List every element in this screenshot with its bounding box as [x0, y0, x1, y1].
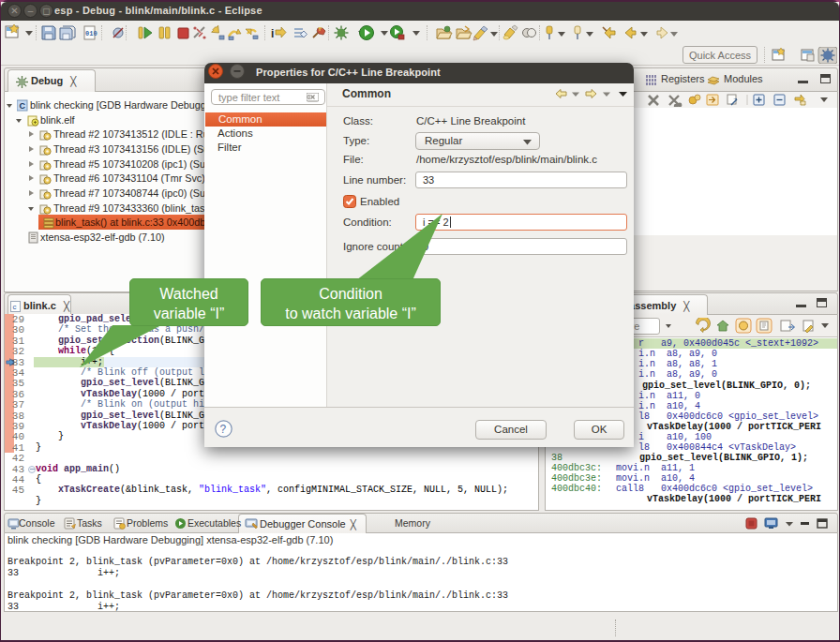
- svg-text:i: i: [271, 27, 274, 40]
- svg-text:C: C: [20, 101, 26, 111]
- svg-text:010: 010: [85, 30, 98, 37]
- svg-text:c: c: [13, 303, 17, 311]
- svg-text:?: ?: [220, 423, 227, 436]
